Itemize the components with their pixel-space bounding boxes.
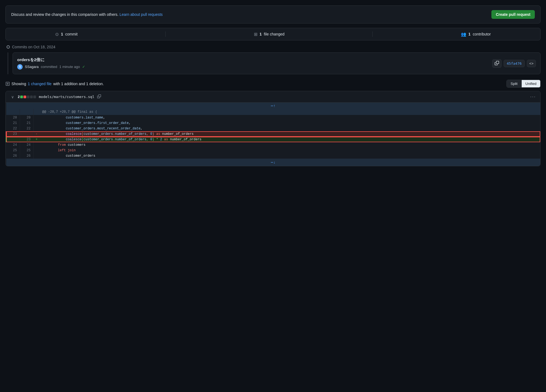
pr-banner: Discuss and review the changes in this c…	[5, 5, 541, 23]
banner-text: Discuss and review the changes in this c…	[11, 12, 163, 17]
old-line-num	[6, 137, 20, 142]
commit-author[interactable]: SSagara	[25, 65, 39, 69]
commits-count: 1	[61, 32, 63, 36]
line-sign	[34, 120, 40, 126]
line-sign: -	[34, 131, 40, 137]
old-line-num: 22	[6, 126, 20, 131]
table-row: 23 - coalesce(customer_orders.number_of_…	[6, 131, 541, 137]
diff-table: ⋯↑ @@ -20,7 +20,7 @@ final as ( 20 20 cu…	[6, 103, 540, 166]
hunk-sign	[34, 109, 40, 115]
learn-pr-link[interactable]: Learn about pull requests	[120, 12, 163, 17]
file-diff-header-left: ∨ 2 models/marts/customers.sql	[10, 94, 101, 100]
diff-rest-text: with 1 addition and 1 deletion.	[53, 82, 104, 86]
diff-block-neutral-2	[30, 96, 33, 98]
new-line-num: 22	[20, 126, 34, 131]
diff-block-neutral-1	[27, 96, 29, 98]
commit-meta: S SSagara committed 1 minute ago ✓	[17, 64, 85, 70]
line-code: coalesce(customer_orders.number_of_order…	[40, 137, 541, 142]
browse-icon: <>	[529, 61, 533, 66]
line-sign	[34, 153, 40, 159]
commits-date-row: Commits on Oct 18, 2024	[5, 45, 541, 49]
new-line-num: 21	[20, 120, 34, 126]
commit-actions: 45fa476 <>	[492, 59, 536, 68]
expand-row-top[interactable]: ⋯↑	[6, 103, 541, 109]
new-line-num: 23	[20, 137, 34, 142]
copy-path-icon	[97, 94, 101, 98]
commits-date: Commits on Oct 18, 2024	[12, 45, 55, 49]
contributors-stat: 👥 1 contributor	[461, 32, 491, 37]
avatar: S	[17, 64, 23, 70]
diff-block-add-1	[20, 96, 23, 98]
commit-hash-button[interactable]: 45fa476	[504, 60, 525, 67]
old-line-num: 26	[6, 153, 20, 159]
copy-hash-button[interactable]	[492, 59, 502, 68]
commit-icon: ⊙	[55, 32, 59, 37]
expand-up-icon: ⋯↑	[271, 104, 275, 108]
new-line-num	[20, 131, 34, 137]
browse-files-button[interactable]: <>	[527, 60, 536, 67]
table-row: 21 21 customer_orders.first_order_date,	[6, 120, 541, 126]
copy-icon	[495, 61, 499, 65]
expand-down-icon: ⋯↓	[271, 160, 275, 165]
create-pr-button[interactable]: Create pull request	[491, 10, 535, 19]
split-view-button[interactable]: Split	[507, 80, 521, 87]
line-sign	[34, 115, 40, 120]
hunk-header: @@ -20,7 +20,7 @@ final as (	[6, 109, 541, 115]
diff-view-buttons: Split Unified	[506, 80, 541, 88]
old-line-num: 24	[6, 142, 20, 148]
line-code: customer_orders.first_order_date,	[40, 120, 541, 126]
commits-timeline: Commits on Oct 18, 2024 ordersを2倍に S SSa…	[5, 45, 541, 74]
line-sign	[34, 148, 40, 153]
old-line-num: 21	[6, 120, 20, 126]
commits-stat: ⊙ 1 commit	[55, 32, 78, 37]
line-code: customer_orders.most_recent_order_date,	[40, 126, 541, 131]
table-row: 22 22 customer_orders.most_recent_order_…	[6, 126, 541, 131]
hunk-old-num	[6, 109, 20, 115]
old-line-num: 23	[6, 131, 20, 137]
collapse-button[interactable]: ∨	[10, 94, 15, 100]
line-code: customers.last_name,	[40, 115, 541, 120]
new-line-num: 20	[20, 115, 34, 120]
table-row: 20 20 customers.last_name,	[6, 115, 541, 120]
diff-icon	[5, 82, 10, 86]
diff-summary: Showing 1 changed file with 1 addition a…	[5, 82, 104, 86]
commit-time: 1 minute ago	[60, 65, 80, 69]
line-code: left join	[40, 148, 541, 153]
new-line-num: 25	[20, 148, 34, 153]
diff-header: Showing 1 changed file with 1 addition a…	[5, 80, 541, 88]
line-sign	[34, 126, 40, 131]
changed-file-link[interactable]: 1 changed file	[28, 82, 52, 86]
commits-section: Commits on Oct 18, 2024 ordersを2倍に S SSa…	[5, 45, 541, 74]
file-diff-header: ∨ 2 models/marts/customers.sql ···	[6, 91, 540, 103]
commit-status-check: ✓	[82, 65, 85, 69]
line-sign	[34, 142, 40, 148]
stat-divider-1	[165, 31, 166, 37]
commit-line-container: ordersを2倍に S SSagara committed 1 minute …	[5, 52, 541, 74]
unified-view-button[interactable]: Unified	[522, 80, 540, 87]
commits-label: commit	[65, 32, 78, 36]
stat-divider-2	[372, 31, 373, 37]
table-row: 23 + coalesce(customer_orders.number_of_…	[6, 137, 541, 142]
file-diff-options[interactable]: ···	[530, 94, 536, 100]
old-line-num: 20	[6, 115, 20, 120]
commit-card: ordersを2倍に S SSagara committed 1 minute …	[13, 52, 541, 74]
line-code: from customers	[40, 142, 541, 148]
diff-stat-visual: 2	[18, 95, 36, 99]
contributors-icon: 👥	[461, 32, 466, 37]
line-code: coalesce(customer_orders.number_of_order…	[40, 131, 541, 137]
commit-action: committed	[41, 65, 57, 69]
expand-row-bottom[interactable]: ⋯↓	[6, 159, 541, 166]
stats-bar: ⊙ 1 commit ⊞ 1 file changed 👥 1 contribu…	[5, 28, 541, 40]
banner-description: Discuss and review the changes in this c…	[11, 12, 118, 17]
file-diff: ∨ 2 models/marts/customers.sql ···	[5, 91, 541, 166]
contributors-label: contributor	[473, 32, 491, 36]
table-row: 26 26 customer_orders	[6, 153, 541, 159]
line-sign: +	[34, 137, 40, 142]
copy-path-button[interactable]	[97, 94, 101, 99]
files-count: 1	[260, 32, 262, 36]
commit-vertical-line	[8, 52, 8, 74]
hunk-new-num	[20, 109, 34, 115]
commit-title: ordersを2倍に	[17, 57, 85, 63]
file-path: models/marts/customers.sql	[39, 95, 94, 99]
commit-timeline-dot	[7, 45, 10, 49]
